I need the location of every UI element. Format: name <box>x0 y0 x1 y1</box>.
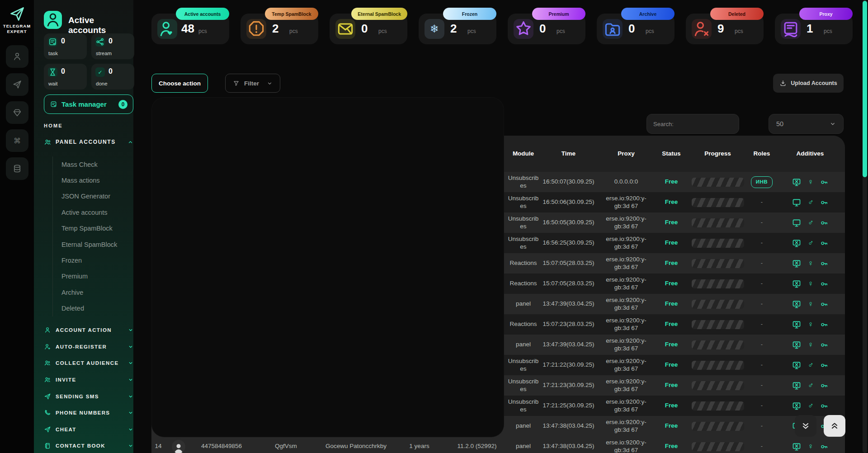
phone-icon <box>44 409 51 416</box>
key-icon[interactable] <box>819 279 829 288</box>
sidebar-section[interactable]: PHONE NUMBERS <box>44 405 133 421</box>
sidebar-subitem[interactable]: Active accounts <box>53 204 133 220</box>
sidebar-subitem[interactable]: Frozen <box>53 252 133 268</box>
monitor-x-icon[interactable] <box>791 279 802 289</box>
monitor-x-icon[interactable] <box>791 259 802 269</box>
counters-grid: 0 task 0 stream 0 wait ✓ 0 done <box>44 33 134 90</box>
scrollbar-thumb[interactable] <box>863 1 867 177</box>
sidebar-subitem[interactable]: JSON Generator <box>53 189 133 204</box>
status-card[interactable]: Temp SpamBlock 2 pcs <box>241 14 318 44</box>
cell-progress <box>687 335 748 355</box>
male-icon: ♂ <box>808 219 814 226</box>
monitor-x-icon[interactable] <box>791 401 802 411</box>
rail-nav-button[interactable] <box>6 45 28 68</box>
person-icon <box>44 326 51 334</box>
male-icon: ♂ <box>808 382 814 389</box>
scroll-to-top-button[interactable] <box>824 415 845 437</box>
sidebar-item-panel-accounts[interactable]: PANEL ACCOUNTS <box>44 136 133 148</box>
sidebar-subitem[interactable]: Eternal SpamBlock <box>53 236 133 252</box>
sidebar-subitem[interactable]: Mass actions <box>53 172 133 188</box>
rail-nav-button[interactable] <box>6 73 28 96</box>
sidebar-subitem[interactable]: Archive <box>53 284 133 300</box>
sidebar-section[interactable]: COLLECT AUDIENCE <box>44 355 133 372</box>
counter-value: 0 <box>61 37 65 45</box>
key-icon[interactable] <box>819 401 829 411</box>
cell-module: Unsubscribes <box>506 375 540 396</box>
monitor-x-icon[interactable] <box>791 360 802 370</box>
cell-module: panel <box>506 436 540 453</box>
sidebar-subitem[interactable]: Deleted <box>53 301 133 316</box>
rail-nav-button[interactable] <box>6 101 28 124</box>
key-icon[interactable] <box>819 198 829 207</box>
monitor-x-icon[interactable] <box>791 177 802 187</box>
male-icon: ♂ <box>808 239 814 247</box>
task-manager-label: Task manager <box>61 100 118 108</box>
status-card-label: Eternal SpamBlock <box>358 11 401 17</box>
status-card[interactable]: Archive 0 pcs <box>597 14 675 44</box>
sidebar-subitem[interactable]: Temp SpamBlock <box>53 221 133 236</box>
sidebar-section[interactable]: CHEAT <box>44 421 133 438</box>
monitor-x-icon[interactable] <box>791 340 802 350</box>
cell-roles: - <box>748 192 775 212</box>
sidebar-section[interactable]: SENDING SMS <box>44 388 133 405</box>
progress-bar <box>692 259 744 268</box>
people-icon <box>44 376 51 383</box>
status-card-label: Active accounts <box>184 11 221 17</box>
key-icon[interactable] <box>819 361 829 370</box>
task-manager-button[interactable]: Task manager 0 <box>44 94 133 114</box>
panel-accounts-submenu: Mass Check Mass actions JSON Generator A… <box>52 156 133 316</box>
cell-status: Free <box>656 335 687 355</box>
monitor-icon[interactable] <box>791 218 802 228</box>
cell-progress <box>687 294 748 314</box>
cell-progress <box>687 233 748 253</box>
monitor-x-icon[interactable] <box>791 299 802 309</box>
cell-roles: ИНВ <box>748 172 775 192</box>
key-icon[interactable] <box>819 320 829 329</box>
status-card[interactable]: Active accounts 48 pcs <box>151 14 229 44</box>
cell-proxy: erse.io:9200:y-gb:3d 67 <box>597 355 656 375</box>
page-size-select[interactable]: 50 <box>769 114 844 134</box>
key-icon[interactable] <box>819 239 829 248</box>
status-card[interactable]: Eternal SpamBlock 0 pcs <box>330 14 407 44</box>
mail-alert-icon <box>335 19 355 39</box>
filter-button[interactable]: Filter <box>225 74 280 93</box>
status-card[interactable]: Deleted 9 pcs <box>686 14 764 44</box>
sidebar-section[interactable]: CONTACT BOOK <box>44 438 133 453</box>
key-icon[interactable] <box>819 300 829 309</box>
key-icon[interactable] <box>819 218 829 227</box>
table-row[interactable]: 14 447584849856 QgfVsm Gocewu Patoncchrk… <box>151 436 845 453</box>
search-input[interactable] <box>646 114 739 134</box>
chevron-down-icon <box>267 80 273 86</box>
rail-nav-button[interactable] <box>6 157 28 180</box>
status-card-unit: pcs <box>378 28 387 34</box>
key-icon[interactable] <box>819 340 829 349</box>
cell-additives: ♂ <box>775 192 845 212</box>
key-icon[interactable] <box>819 381 829 390</box>
monitor-x-icon[interactable] <box>791 381 802 391</box>
monitor-icon[interactable] <box>791 198 802 208</box>
cell-version: 11.2.0 (52992) <box>448 436 506 453</box>
monitor-x-icon[interactable] <box>791 320 802 330</box>
sidebar-subitem[interactable]: Premium <box>53 269 133 284</box>
status-card[interactable]: Premium 0 pcs <box>508 14 585 44</box>
sidebar-section[interactable]: ACCOUNT ACTION <box>44 322 133 339</box>
key-icon[interactable] <box>819 178 829 187</box>
status-card[interactable]: Proxy 1 pcs <box>775 14 853 44</box>
sidebar-section[interactable]: AUTO-REGISTER <box>44 339 133 355</box>
sidebar-section[interactable]: INVITE <box>44 372 133 388</box>
scroll-to-bottom-button[interactable] <box>795 415 816 437</box>
monitor-x-icon[interactable] <box>791 442 802 452</box>
cell-module: Unsubscribes <box>506 192 540 212</box>
column-header-proxy: Proxy <box>597 136 656 172</box>
upload-accounts-button[interactable]: Upload Accounts <box>773 74 844 93</box>
rail-nav-button[interactable]: ⌘ <box>6 129 28 152</box>
status-card[interactable]: Frozen ❄ 2 pcs <box>419 14 496 44</box>
role-badge: - <box>751 339 772 351</box>
key-icon[interactable] <box>819 259 829 268</box>
role-badge: - <box>751 298 772 310</box>
sidebar-subitem[interactable]: Mass Check <box>53 156 133 172</box>
choose-action-button[interactable]: Choose action <box>151 74 208 93</box>
key-icon[interactable] <box>819 442 829 451</box>
monitor-x-icon[interactable] <box>791 238 802 248</box>
female-icon: ♀ <box>808 260 814 267</box>
